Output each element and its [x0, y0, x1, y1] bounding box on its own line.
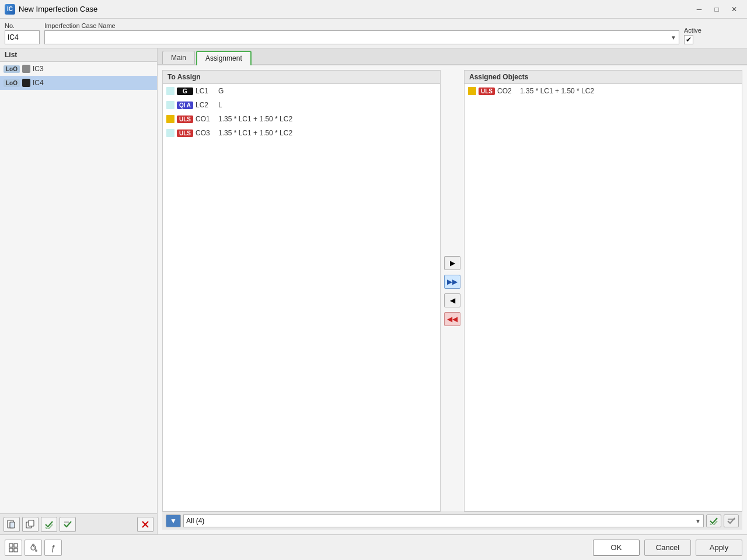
- assign-row-lc1[interactable]: G LC1 G: [163, 84, 440, 98]
- bottom-tools: ƒ: [5, 540, 593, 556]
- to-assign-header: To Assign: [163, 71, 440, 84]
- transfer-buttons: ▶ ▶▶ ◀ ◀◀: [441, 70, 464, 512]
- type-badge-lc2: QI A: [177, 102, 193, 109]
- name-combo-arrow: ▼: [671, 34, 676, 41]
- filter-funnel-icon: ▼: [170, 517, 177, 525]
- id-lc1: LC1: [196, 87, 216, 95]
- formula-co2: 1.35 * LC1 + 1.50 * LC2: [520, 87, 594, 95]
- assigned-header: Assigned Objects: [465, 71, 742, 84]
- assign-row-co1[interactable]: ULS CO1 1.35 * LC1 + 1.50 * LC2: [163, 112, 440, 126]
- cancel-button[interactable]: Cancel: [644, 540, 691, 556]
- remove-one-btn[interactable]: ◀: [444, 293, 460, 307]
- id-lc2: LC2: [196, 101, 216, 109]
- check-all-filter-btn[interactable]: [706, 514, 721, 527]
- delete-btn[interactable]: [137, 517, 153, 532]
- sidebar-item-ic4[interactable]: LoO IC4: [0, 76, 157, 90]
- swatch-co2: [468, 87, 476, 95]
- main-panel: Main Assignment To Assign: [158, 48, 747, 534]
- svg-rect-3: [29, 520, 34, 526]
- no-label: No.: [5, 22, 40, 29]
- to-assign-list: G LC1 G QI A LC2 L: [163, 84, 440, 511]
- formula-tool-btn[interactable]: ƒ: [44, 540, 62, 556]
- tabs: Main Assignment: [158, 48, 747, 65]
- tab-main[interactable]: Main: [162, 51, 195, 64]
- type-badge-co3: ULS: [177, 130, 193, 137]
- tab-content: To Assign G LC1 G: [158, 65, 747, 534]
- import-btn[interactable]: [60, 517, 76, 532]
- no-field-group: No.: [5, 22, 40, 44]
- loo-badge-ic3: LoO: [4, 65, 20, 73]
- no-input[interactable]: [5, 30, 40, 44]
- remove-all-btn[interactable]: ◀◀: [444, 312, 460, 326]
- window-controls: ─ □ ✕: [691, 4, 742, 15]
- tab-assignment[interactable]: Assignment: [196, 51, 252, 65]
- type-badge-co1: ULS: [177, 116, 193, 123]
- minimize-button[interactable]: ─: [691, 4, 707, 15]
- type-badge-co2: ULS: [479, 88, 495, 95]
- node-tool-btn[interactable]: [25, 540, 42, 556]
- check-items-btn[interactable]: [41, 517, 57, 532]
- assign-row-co3[interactable]: ULS CO3 1.35 * LC1 + 1.50 * LC2: [163, 126, 440, 140]
- swatch-lc1: [166, 87, 174, 95]
- left-arrow-icon: ◀: [450, 296, 455, 304]
- assign-one-btn[interactable]: ▶: [444, 256, 460, 270]
- formula-lc2: L: [218, 101, 222, 109]
- uncheck-all-filter-btn[interactable]: [724, 514, 739, 527]
- titlebar: IC New Imperfection Case ─ □ ✕: [0, 0, 747, 19]
- loo-badge-ic4: LoO: [4, 79, 20, 87]
- name-field-group: Imperfection Case Name ▼: [44, 22, 679, 44]
- grid-tool-btn[interactable]: [5, 540, 22, 556]
- right-all-arrow-icon: ▶▶: [447, 278, 458, 286]
- assign-all-btn[interactable]: ▶▶: [444, 275, 460, 289]
- close-button[interactable]: ✕: [726, 4, 742, 15]
- formula-co1: 1.35 * LC1 + 1.50 * LC2: [218, 115, 292, 123]
- assign-row-lc2[interactable]: QI A LC2 L: [163, 98, 440, 112]
- maximize-button[interactable]: □: [708, 4, 725, 15]
- copy-list-btn[interactable]: [22, 517, 39, 532]
- swatch-lc2: [166, 101, 174, 109]
- svg-point-13: [32, 544, 34, 546]
- dialog-buttons: OK Cancel Apply: [593, 540, 742, 556]
- name-combo[interactable]: ▼: [44, 30, 679, 44]
- assignment-area: To Assign G LC1 G: [162, 70, 742, 512]
- svg-rect-10: [9, 548, 13, 552]
- id-co3: CO3: [196, 129, 216, 137]
- id-co2: CO2: [497, 87, 518, 95]
- bottom-bar: ƒ OK Cancel Apply: [0, 534, 747, 560]
- svg-rect-1: [10, 522, 15, 528]
- window-title: New Imperfection Case: [19, 5, 691, 13]
- name-label: Imperfection Case Name: [44, 22, 679, 29]
- svg-rect-8: [9, 544, 13, 547]
- color-dot-ic3: [22, 65, 30, 73]
- assigned-row-co2[interactable]: ULS CO2 1.35 * LC1 + 1.50 * LC2: [465, 84, 742, 98]
- left-all-arrow-icon: ◀◀: [447, 315, 458, 323]
- top-bar: No. Imperfection Case Name ▼ Active ✔: [0, 19, 747, 48]
- to-assign-panel: To Assign G LC1 G: [162, 70, 441, 512]
- ok-button[interactable]: OK: [593, 540, 640, 556]
- item-label-ic3: IC3: [33, 65, 44, 73]
- sidebar-footer: [0, 513, 157, 534]
- apply-button[interactable]: Apply: [696, 540, 742, 556]
- sidebar-item-ic3[interactable]: LoO IC3: [0, 62, 157, 76]
- item-label-ic4: IC4: [33, 79, 44, 87]
- color-dot-ic4: [22, 79, 30, 87]
- filter-icon-btn[interactable]: ▼: [166, 514, 181, 527]
- window-content: No. Imperfection Case Name ▼ Active ✔ Li…: [0, 19, 747, 560]
- svg-point-14: [35, 550, 37, 552]
- filter-combo-arrow: ▼: [695, 518, 701, 524]
- sidebar: List LoO IC3 LoO IC4: [0, 48, 158, 534]
- filter-value: All (4): [186, 517, 204, 525]
- active-field-group: Active ✔: [684, 27, 742, 44]
- formula-lc1: G: [218, 87, 224, 95]
- swatch-co1: [166, 115, 174, 123]
- svg-rect-11: [14, 548, 18, 552]
- new-list-btn[interactable]: [4, 517, 20, 532]
- filter-bar: ▼ All (4) ▼: [162, 512, 742, 530]
- middle-area: List LoO IC3 LoO IC4: [0, 48, 747, 534]
- id-co1: CO1: [196, 115, 216, 123]
- active-checkbox[interactable]: ✔: [684, 35, 693, 44]
- type-badge-lc1: G: [177, 88, 193, 95]
- swatch-co3: [166, 129, 174, 137]
- filter-combo[interactable]: All (4) ▼: [183, 514, 704, 527]
- formula-icon: ƒ: [51, 543, 55, 552]
